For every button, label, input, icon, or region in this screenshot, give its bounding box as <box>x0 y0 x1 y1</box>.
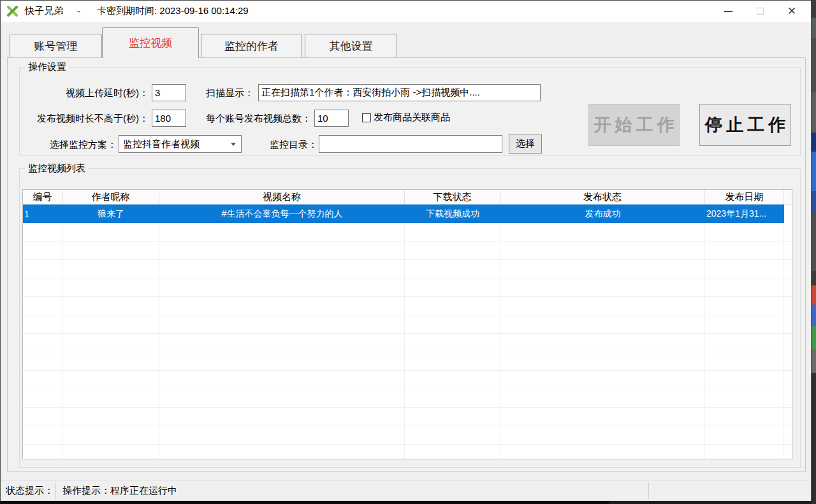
table-row[interactable]: 1狼来了#生活不会辜负每一个努力的人下载视频成功发布成功2023年1月31... <box>23 205 784 223</box>
monitored-video-table: 编号作者昵称视频名称下载状态发布状态发布日期 1狼来了#生活不会辜负每一个努力的… <box>22 189 792 459</box>
minimize-button[interactable] <box>712 1 744 22</box>
column-header[interactable]: 作者昵称 <box>62 190 159 205</box>
table-header: 编号作者昵称视频名称下载状态发布状态发布日期 <box>23 190 792 205</box>
tab-monitor-video[interactable]: 监控视频 <box>102 27 199 58</box>
license-expiry-text: 卡密到期时间: 2023-09-16 00:14:29 <box>97 5 249 17</box>
desktop-edge-sliver <box>812 0 816 504</box>
grid-line <box>23 444 792 445</box>
monitor-plan-select[interactable]: 监控抖音作者视频 <box>119 135 242 153</box>
monitor-plan-value: 监控抖音作者视频 <box>123 138 200 150</box>
upload-delay-label: 视频上传延时(秒)： <box>25 87 149 99</box>
grid-line <box>23 333 792 334</box>
close-icon: ✕ <box>787 6 796 17</box>
monitor-plan-label: 选择监控方案： <box>25 139 117 151</box>
title-dash: - <box>77 6 80 17</box>
status-hint-label: 状态提示： <box>6 485 54 497</box>
maximize-icon <box>757 8 764 15</box>
link-product-checkbox[interactable]: 发布商品关联商品 <box>362 112 450 124</box>
max-duration-input[interactable] <box>152 110 186 127</box>
tab-other-settings[interactable]: 其他设置 <box>305 34 397 57</box>
column-header[interactable]: 视频名称 <box>159 190 405 205</box>
max-duration-label: 发布视频时长不高于(秒)： <box>25 113 149 125</box>
grid-line <box>23 426 792 426</box>
videos-per-account-input[interactable] <box>314 110 349 127</box>
settings-groupbox: 操作设置 视频上传延时(秒)： 扫描显示： 发布视频时长不高于(秒)： 每个账号… <box>19 67 801 156</box>
tab-page-monitor-video: 操作设置 视频上传延时(秒)： 扫描显示： 发布视频时长不高于(秒)： 每个账号… <box>7 57 806 472</box>
titlebar: 快子兄弟 - 卡密到期时间: 2023-09-16 00:14:29 ✕ <box>1 1 811 22</box>
chevron-down-icon <box>231 143 236 146</box>
table-cell: 2023年1月31... <box>705 205 784 223</box>
grid-line <box>23 315 792 315</box>
grid-line <box>404 205 405 459</box>
videos-per-account-label: 每个账号发布视频总数： <box>206 113 311 125</box>
grid-line <box>23 352 792 352</box>
window-controls: ✕ <box>712 1 808 22</box>
status-separator <box>55 482 56 499</box>
grid-line <box>783 205 784 459</box>
tab-monitored-authors[interactable]: 监控的作者 <box>201 34 302 57</box>
grid-line <box>23 389 792 389</box>
table-cell: 下载视频成功 <box>405 205 500 223</box>
tab-label: 账号管理 <box>34 39 78 54</box>
tab-label: 其他设置 <box>330 39 373 54</box>
grid-line <box>500 205 500 459</box>
video-list-group-title: 监控视频列表 <box>25 162 89 175</box>
grid-line <box>23 278 792 278</box>
settings-group-title: 操作设置 <box>25 61 69 73</box>
grid-line <box>23 407 792 408</box>
tab-account-management[interactable]: 账号管理 <box>10 34 102 57</box>
status-separator <box>648 482 649 499</box>
start-work-button[interactable]: 开始工作 <box>588 104 680 146</box>
table-cell: 1 <box>23 205 62 223</box>
table-cell: #生活不会辜负每一个努力的人 <box>159 205 405 223</box>
grid-line <box>23 370 792 371</box>
operation-hint-text: 操作提示：程序正在运行中 <box>62 485 177 497</box>
tab-label: 监控视频 <box>129 36 172 50</box>
maximize-button[interactable] <box>744 1 776 22</box>
grid-line <box>159 205 159 459</box>
column-header[interactable]: 下载状态 <box>405 190 500 205</box>
grid-line <box>23 259 792 260</box>
column-header[interactable]: 发布状态 <box>500 190 705 205</box>
minimize-icon <box>724 11 732 12</box>
link-product-checkbox-label: 发布商品关联商品 <box>374 112 450 124</box>
grid-line <box>62 205 62 459</box>
checkbox-box-icon <box>362 113 371 122</box>
scan-display-input[interactable] <box>258 84 541 101</box>
monitor-dir-input[interactable] <box>319 135 502 153</box>
app-name: 快子兄弟 <box>25 5 63 17</box>
column-header[interactable]: 编号 <box>23 190 62 205</box>
window-title: 快子兄弟 - 卡密到期时间: 2023-09-16 00:14:29 <box>25 5 249 17</box>
table-cell: 发布成功 <box>500 205 705 223</box>
grid-line <box>704 205 705 459</box>
app-window: 快子兄弟 - 卡密到期时间: 2023-09-16 00:14:29 ✕ 账号管… <box>0 0 812 501</box>
column-header[interactable]: 发布日期 <box>705 190 784 205</box>
upload-delay-input[interactable] <box>152 84 186 101</box>
app-logo-icon <box>6 5 18 17</box>
browse-button[interactable]: 选择 <box>509 134 542 154</box>
status-bar: 状态提示： 操作提示：程序正在运行中 <box>1 480 811 501</box>
grid-line <box>23 241 792 241</box>
stop-work-button[interactable]: 停止工作 <box>699 104 791 146</box>
tab-label: 监控的作者 <box>224 39 279 54</box>
video-list-groupbox: 监控视频列表 编号作者昵称视频名称下载状态发布状态发布日期 1狼来了#生活不会辜… <box>19 168 801 468</box>
scan-display-label: 扫描显示： <box>206 87 254 99</box>
grid-line <box>23 296 792 297</box>
table-cell: 狼来了 <box>62 205 159 223</box>
close-button[interactable]: ✕ <box>776 1 808 22</box>
monitor-dir-label: 监控目录： <box>270 139 317 151</box>
